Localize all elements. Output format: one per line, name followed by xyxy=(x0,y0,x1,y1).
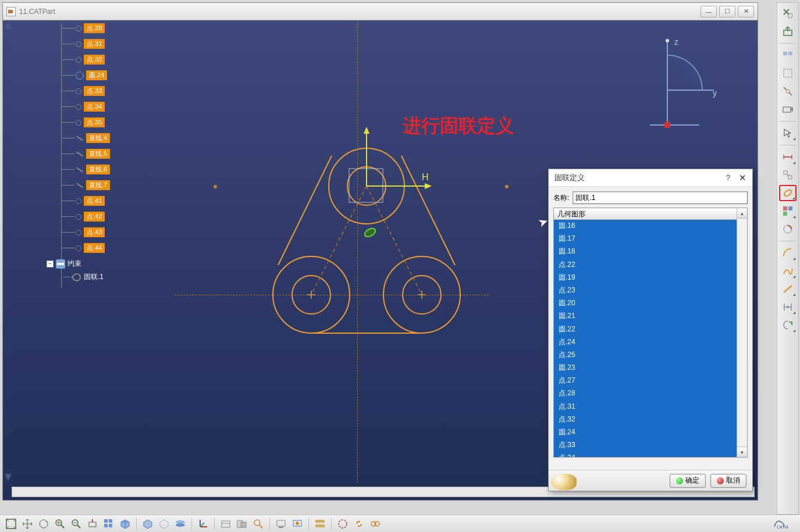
list-item[interactable]: 圆.16 xyxy=(554,220,737,233)
normal-view-icon[interactable] xyxy=(85,517,100,531)
full-extent-icon[interactable] xyxy=(3,517,19,531)
tree-item[interactable]: 点.34 xyxy=(47,99,110,115)
svg-line-48 xyxy=(784,285,792,292)
list-item[interactable]: 点.32 xyxy=(554,413,737,426)
tree-item[interactable]: 点.42 xyxy=(47,209,110,224)
bt-tool6[interactable] xyxy=(312,517,328,531)
export-icon[interactable] xyxy=(779,23,797,40)
hidden-icon[interactable] xyxy=(335,517,350,531)
name-input[interactable] xyxy=(573,191,748,204)
tree-item[interactable]: 直线.5 xyxy=(47,146,110,162)
bt-tool5[interactable] xyxy=(290,517,305,531)
scroll-up-arrow[interactable] xyxy=(5,22,12,29)
tree-constraint-node[interactable]: − 约束 xyxy=(47,259,110,269)
axis-icon[interactable] xyxy=(195,517,211,531)
list-item[interactable]: 圆.19 xyxy=(554,272,737,284)
isometric-icon[interactable] xyxy=(118,517,133,531)
tree-item[interactable]: 直线.4 xyxy=(47,130,110,146)
view-icon[interactable] xyxy=(779,47,797,63)
axis-compass[interactable]: z y xyxy=(650,38,720,131)
zoom-in-icon[interactable] xyxy=(52,517,67,531)
transform-icon[interactable] xyxy=(779,317,797,333)
tree-item[interactable]: 点.32 xyxy=(47,52,110,67)
animate-icon[interactable] xyxy=(779,221,797,237)
tree-item[interactable]: 直线.6 xyxy=(47,162,110,177)
list-item[interactable]: 点.33 xyxy=(554,439,737,452)
list-item[interactable]: 点.24 xyxy=(554,336,737,349)
zoom-out-icon[interactable] xyxy=(69,517,84,531)
arc-icon[interactable] xyxy=(779,245,797,261)
constraint-icon[interactable] xyxy=(779,167,797,183)
list-item[interactable]: 点.23 xyxy=(554,284,737,297)
fix-together-icon[interactable] xyxy=(779,185,797,201)
minimize-button[interactable]: — xyxy=(701,6,717,17)
layers-icon[interactable] xyxy=(173,517,188,531)
tree-item-label: 点.43 xyxy=(84,227,105,237)
mirror-icon[interactable] xyxy=(779,299,797,315)
geometry-list[interactable]: 圆.16圆.17圆.18点.22圆.19点.23圆.20圆.21圆.22点.24… xyxy=(554,220,737,457)
list-item[interactable]: 点.22 xyxy=(554,259,737,272)
tree-item[interactable]: 点.41 xyxy=(47,193,110,209)
rotate-icon[interactable] xyxy=(36,517,51,531)
list-header[interactable]: 几何图形 xyxy=(554,208,737,220)
sketch-geometry[interactable]: H xyxy=(233,122,512,372)
window-controls: — ☐ ✕ xyxy=(701,6,754,17)
list-item[interactable]: 圆.22 xyxy=(554,323,737,336)
camera-icon[interactable] xyxy=(779,101,797,117)
bt-tool1[interactable] xyxy=(218,517,233,531)
tool-settings-icon[interactable] xyxy=(779,5,797,22)
dialog-help-button[interactable]: ? xyxy=(726,173,730,182)
tree-item[interactable]: 点.31 xyxy=(47,36,110,52)
tree-item[interactable]: 点.35 xyxy=(47,115,110,130)
close-button[interactable]: ✕ xyxy=(738,6,754,17)
list-item[interactable]: 点.28 xyxy=(554,387,737,400)
link-icon[interactable] xyxy=(351,517,367,531)
list-item[interactable]: 圆.21 xyxy=(554,310,737,323)
tree-item[interactable]: 点.28 xyxy=(47,20,110,36)
list-item[interactable]: 圆.18 xyxy=(554,245,737,258)
list-item[interactable]: 圆.20 xyxy=(554,297,737,310)
tree-item[interactable]: 点.33 xyxy=(47,83,110,99)
tree-item[interactable]: 点.43 xyxy=(47,224,110,240)
feature-tree[interactable]: 点.28点.31点.32圆.24点.33点.34点.35直线.4直线.5直线.6… xyxy=(47,20,110,282)
list-item[interactable]: 圆.23 xyxy=(554,362,737,374)
dimension-icon[interactable] xyxy=(779,149,797,165)
collapse-icon[interactable]: − xyxy=(47,260,54,267)
hide-show-icon[interactable] xyxy=(157,517,172,531)
list-item[interactable]: 点.27 xyxy=(554,374,737,387)
views-icon[interactable] xyxy=(101,517,116,531)
sketch-icon[interactable] xyxy=(779,65,797,81)
list-item[interactable]: 点.34 xyxy=(554,452,737,457)
svg-rect-80 xyxy=(315,524,325,527)
tree-item[interactable]: 点.44 xyxy=(47,240,110,256)
ok-button[interactable]: 确定 xyxy=(670,474,706,488)
list-scrollbar[interactable]: ▴ ▾ xyxy=(737,208,747,457)
scroll-up-button[interactable]: ▴ xyxy=(737,208,747,219)
dialog-close-button[interactable]: ✕ xyxy=(739,173,746,183)
spline-icon[interactable] xyxy=(779,263,797,279)
line-icon[interactable] xyxy=(779,281,797,297)
list-item[interactable]: 圆.17 xyxy=(554,233,737,245)
list-item[interactable]: 圆.24 xyxy=(554,426,737,439)
bt-tool3[interactable] xyxy=(251,517,266,531)
scroll-down-arrow[interactable] xyxy=(5,474,12,481)
shading-icon[interactable] xyxy=(140,517,155,531)
tree-item[interactable]: 圆.24 xyxy=(47,67,110,83)
list-item[interactable]: 点.25 xyxy=(554,349,737,362)
svg-rect-79 xyxy=(315,520,325,523)
select-icon[interactable] xyxy=(779,125,797,141)
grid-icon[interactable] xyxy=(779,203,797,219)
tree-fixtogether-node[interactable]: 固联.1 xyxy=(63,272,110,282)
list-item[interactable]: 点.31 xyxy=(554,401,737,413)
dialog-titlebar[interactable]: 固联定义 ? ✕ xyxy=(549,169,752,187)
tree-item-label: 点.31 xyxy=(84,39,105,49)
maximize-button[interactable]: ☐ xyxy=(719,6,735,17)
scroll-down-button[interactable]: ▾ xyxy=(737,447,747,457)
tools-icon[interactable] xyxy=(779,83,797,99)
pan-icon[interactable] xyxy=(20,517,35,531)
tree-item[interactable]: 直线.7 xyxy=(47,177,110,193)
bt-tool2[interactable] xyxy=(234,517,250,531)
cancel-button[interactable]: 取消 xyxy=(710,474,746,488)
chain-icon[interactable] xyxy=(368,517,383,531)
bt-tool4[interactable] xyxy=(273,517,289,531)
